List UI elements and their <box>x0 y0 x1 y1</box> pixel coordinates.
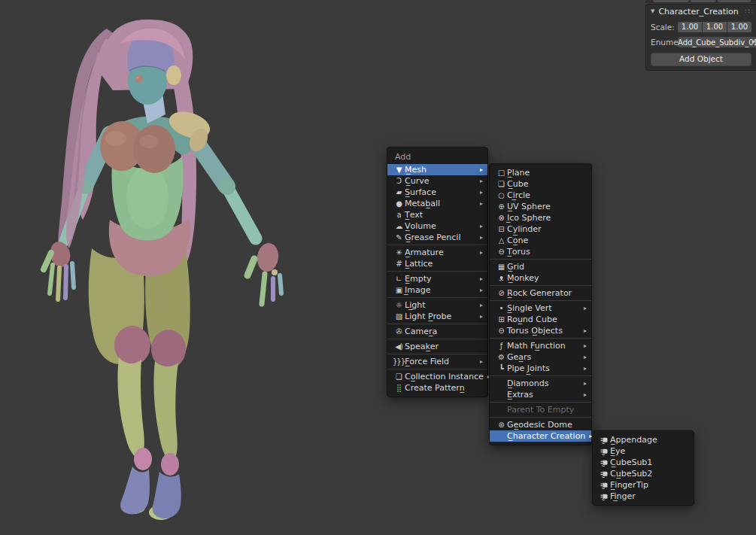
menu-item-single-vert[interactable]: • S̲ingle Vert ▸ <box>490 302 591 314</box>
menu-item-light-probe[interactable]: ▨ Light P̲robe ▸ <box>387 311 487 322</box>
menu-separator <box>387 297 487 298</box>
menu-item-cube[interactable]: ❏ C̲ube <box>490 178 591 190</box>
menu-item-metaball[interactable]: ● Metab̲all ▸ <box>387 198 487 209</box>
menu-item-parent-to-empty: Parent To Empty <box>490 404 591 415</box>
menu-item-lattice[interactable]: # L̲attice <box>387 258 487 269</box>
menu-item-cubesub1[interactable]: C̲ubeSub1 <box>593 457 694 468</box>
menu-separator <box>387 324 487 324</box>
force-field-icon: }}} <box>393 356 405 367</box>
menu-item-mesh[interactable]: ▼ M̲esh ▸ <box>387 164 487 175</box>
menu-item-extras[interactable]: E̲xtras ▸ <box>490 389 591 400</box>
submenu-arrow-icon: ▸ <box>580 351 587 363</box>
menu-item-curve[interactable]: Ɔ C̲urve ▸ <box>387 175 487 187</box>
menu-item-cubesub2[interactable]: Cu̲beSub2 <box>593 468 694 479</box>
lattice-icon: # <box>393 258 405 269</box>
menu-item-circle[interactable]: ○ Ci̲rcle <box>490 190 591 201</box>
plugin-icon <box>598 446 610 456</box>
menu-item-geodesic-dome[interactable]: ⊛ Ge̲odesic Dome <box>490 419 591 430</box>
submenu-arrow-icon: ▸ <box>476 273 483 284</box>
menu-item-diamonds[interactable]: D̲iamonds ▸ <box>490 378 591 389</box>
menu-separator <box>490 300 591 301</box>
menu-item-finger[interactable]: Fi̲nger <box>593 491 694 502</box>
cylinder-icon: ⊟ <box>495 223 507 235</box>
menu-item-uv-sphere[interactable]: ⊕ U̲V Sphere <box>490 201 591 212</box>
submenu-arrow-icon: ▸ <box>585 430 592 442</box>
menu-item-eye[interactable]: E̲ye <box>593 445 694 457</box>
surface-icon: ▰ <box>393 187 405 198</box>
menu-item-text[interactable]: a T̲ext <box>387 209 487 220</box>
collapse-caret-icon[interactable]: ▼ <box>651 8 654 14</box>
armature-icon: ✳ <box>393 247 405 258</box>
menu-item-grid[interactable]: ▦ G̲rid <box>490 261 591 272</box>
menu-item-image[interactable]: ▣ I̲mage ▸ <box>387 284 487 296</box>
drag-grip-icon[interactable]: ∷∷ <box>745 8 752 15</box>
menu-item-volume[interactable]: ☁ V̲olume ▸ <box>387 220 487 232</box>
scale-row: Scale: 1.00 1.00 1.00 <box>651 22 751 32</box>
menu-item-ico-sphere[interactable]: ⊗ I̲co Sphere <box>490 212 591 223</box>
menu-item-grease-pencil[interactable]: ✎ G̲rease Pencil ▸ <box>387 232 487 243</box>
character-creation-submenu: A̲ppendage E̲ye C̲ubeSub1 Cu̲beSub2 F̲in… <box>592 430 694 506</box>
menu-item-cylinder[interactable]: ⊟ Cy̲linder <box>490 223 591 235</box>
plugin-icon <box>598 457 610 467</box>
enumerator-dropdown[interactable]: Add_Cube_Subdiv_01 ▾ <box>678 37 756 47</box>
light-icon: ☼ <box>393 299 405 311</box>
submenu-arrow-icon: ▸ <box>476 187 483 198</box>
scale-y-field[interactable]: 1.00 <box>703 22 727 32</box>
menu-item-create-pattern[interactable]: ⣿ Create Pattern̲ <box>387 382 487 394</box>
cone-icon: △ <box>495 235 507 246</box>
submenu-arrow-icon: ▸ <box>476 356 483 367</box>
menu-item-force-field[interactable]: }}} F̲orce Field ▸ <box>387 356 487 367</box>
plugin-icon <box>598 480 610 490</box>
scale-z-field[interactable]: 1.00 <box>727 22 751 32</box>
menu-item-armature[interactable]: ✳ A̲rmature ▸ <box>387 247 487 258</box>
submenu-arrow-icon: ▸ <box>476 284 483 296</box>
menu-item-math-function[interactable]: ƒ Math Fu̲nction ▸ <box>490 340 591 351</box>
menu-item-gears[interactable]: ⚙ Gea̲rs ▸ <box>490 351 591 363</box>
add-object-button[interactable]: Add Object <box>651 53 751 66</box>
menu-item-character-creation[interactable]: C̲haracter Creation ▸ <box>490 430 591 442</box>
plane-icon: □ <box>495 167 507 178</box>
menu-item-camera[interactable]: ✇ Camer̲a <box>387 326 487 337</box>
menu-item-round-cube[interactable]: ⊞ Rou̲nd Cube <box>490 314 591 325</box>
menu-item-rock-generator[interactable]: ⊘ R̲ock Generator <box>490 287 591 299</box>
menu-item-empty[interactable]: ∟ E̲mpty ▸ <box>387 273 487 284</box>
panel-header[interactable]: ▼ Character_Creation ∷∷ <box>646 5 756 17</box>
camera-icon: ✇ <box>393 326 405 337</box>
menu-item-speaker[interactable]: ◀) Speak̲er <box>387 341 487 352</box>
scale-x-field[interactable]: 1.00 <box>678 22 702 32</box>
submenu-arrow-icon: ▸ <box>476 198 483 209</box>
submenu-arrow-icon: ▸ <box>476 164 483 175</box>
submenu-arrow-icon: ▸ <box>580 302 587 314</box>
character-torso <box>100 107 214 276</box>
character-creation-panel: ▼ Character_Creation ∷∷ Scale: 1.00 1.00… <box>645 4 756 71</box>
add-menu-title: Add <box>387 150 487 164</box>
ico-sphere-icon: ⊗ <box>495 212 507 223</box>
menu-item-cone[interactable]: △ Co̲ne <box>490 235 591 246</box>
submenu-arrow-icon: ▸ <box>476 232 483 243</box>
torus-objects-icon: ⊖ <box>495 325 507 336</box>
menu-item-pipe-joints[interactable]: ┗ Pipe J̲oints ▸ <box>490 363 591 374</box>
menu-separator <box>490 285 591 286</box>
menu-item-appendage[interactable]: A̲ppendage <box>593 434 694 445</box>
menu-item-collection-instance[interactable]: ❑ Co̲llection Instance ▸ <box>387 371 487 382</box>
submenu-arrow-icon: ▸ <box>476 311 483 322</box>
menu-item-surface[interactable]: ▰ S̲urface ▸ <box>387 187 487 198</box>
menu-separator <box>490 259 591 260</box>
create-pattern-icon: ⣿ <box>393 382 405 394</box>
menu-item-fingertip[interactable]: F̲ingerTip <box>593 479 694 491</box>
menu-item-torus[interactable]: ⊖ T̲orus <box>490 246 591 257</box>
cube-icon: ❏ <box>495 178 507 190</box>
enumerator-value: Add_Cube_Subdiv_01 <box>678 38 756 47</box>
menu-separator <box>387 271 487 272</box>
panel-title: Character_Creation <box>658 7 745 17</box>
text-icon: a <box>393 209 405 220</box>
menu-separator <box>387 369 487 369</box>
menu-item-plane[interactable]: □ P̲lane <box>490 167 591 178</box>
menu-item-torus-objects[interactable]: ⊖ Torus O̲bjects ▸ <box>490 325 591 336</box>
menu-item-light[interactable]: ☼ Li̲ght ▸ <box>387 299 487 311</box>
menu-item-monkey[interactable]: ᴥ M̲onkey <box>490 272 591 284</box>
uv-sphere-icon: ⊕ <box>495 201 507 212</box>
add-menu: Add ▼ M̲esh ▸ Ɔ C̲urve ▸ ▰ S̲urface ▸ ● … <box>387 147 488 397</box>
clipped-widgets-strip <box>645 0 756 3</box>
circle-icon: ○ <box>495 190 507 201</box>
